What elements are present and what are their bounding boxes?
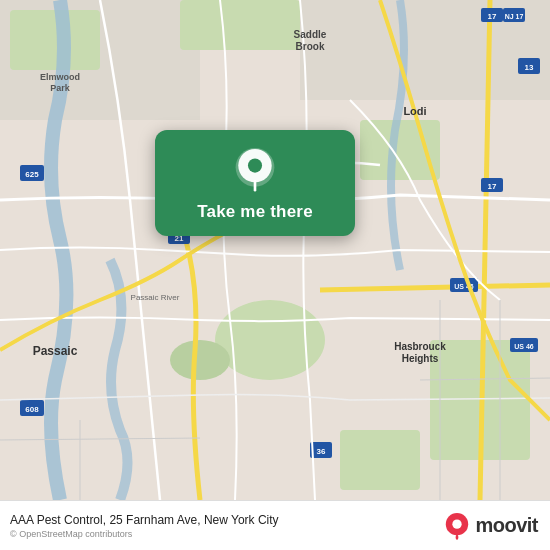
svg-point-9 <box>170 340 230 380</box>
footer: AAA Pest Control, 25 Farnham Ave, New Yo… <box>0 500 550 550</box>
svg-text:Park: Park <box>50 83 71 93</box>
svg-text:17: 17 <box>488 182 497 191</box>
map-background: 17 17 US 46 US 46 21 625 608 36 13 NJ 17 <box>0 0 550 500</box>
take-me-there-label: Take me there <box>197 202 313 222</box>
svg-point-41 <box>248 159 262 173</box>
moovit-logo: moovit <box>443 512 538 540</box>
svg-rect-3 <box>10 10 100 70</box>
svg-text:Hasbrouck: Hasbrouck <box>394 341 446 352</box>
svg-text:Elmwood: Elmwood <box>40 72 80 82</box>
svg-text:Brook: Brook <box>296 41 325 52</box>
svg-text:Passaic River: Passaic River <box>131 293 180 302</box>
footer-business-name: AAA Pest Control, 25 Farnham Ave, New Yo… <box>10 513 279 527</box>
svg-text:Lodi: Lodi <box>403 105 426 117</box>
svg-text:13: 13 <box>525 63 534 72</box>
svg-rect-7 <box>340 430 420 490</box>
svg-rect-5 <box>360 120 440 180</box>
svg-text:17: 17 <box>488 12 497 21</box>
svg-text:625: 625 <box>25 170 39 179</box>
svg-text:NJ 17: NJ 17 <box>505 13 524 20</box>
svg-text:Passaic: Passaic <box>33 344 78 358</box>
moovit-pin-icon <box>443 512 471 540</box>
footer-text-container: AAA Pest Control, 25 Farnham Ave, New Yo… <box>10 513 279 539</box>
svg-rect-4 <box>180 0 300 50</box>
moovit-text: moovit <box>475 514 538 537</box>
footer-attribution: © OpenStreetMap contributors <box>10 529 279 539</box>
svg-point-43 <box>453 519 462 528</box>
map-container: 17 17 US 46 US 46 21 625 608 36 13 NJ 17 <box>0 0 550 500</box>
svg-text:Heights: Heights <box>402 353 439 364</box>
svg-text:US 46: US 46 <box>514 343 534 350</box>
location-pin-icon <box>233 148 277 192</box>
take-me-there-card[interactable]: Take me there <box>155 130 355 236</box>
svg-text:36: 36 <box>317 447 326 456</box>
svg-text:Saddle: Saddle <box>294 29 327 40</box>
svg-text:608: 608 <box>25 405 39 414</box>
